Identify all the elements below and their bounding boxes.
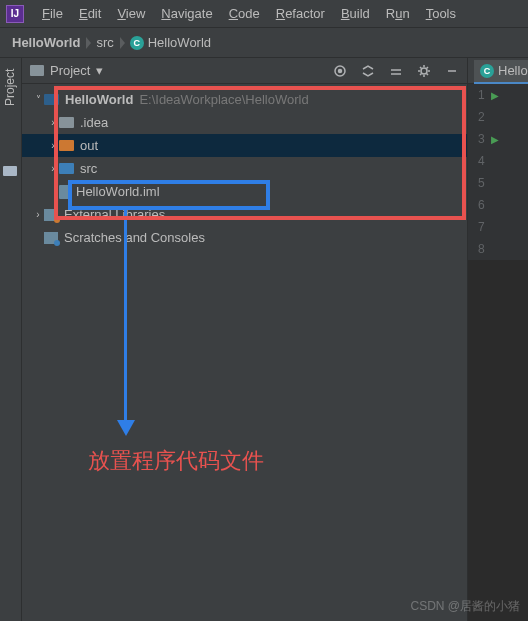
- tree-label: src: [80, 161, 97, 176]
- tree-item-idea[interactable]: › .idea: [22, 111, 467, 134]
- menu-build[interactable]: Build: [333, 0, 378, 28]
- project-view-icon: [30, 65, 44, 76]
- gutter-line[interactable]: 3▶: [468, 128, 528, 150]
- expand-arrow-icon[interactable]: ›: [47, 163, 59, 174]
- gutter-line[interactable]: 2: [468, 106, 528, 128]
- breadcrumb-root[interactable]: HelloWorld: [12, 35, 80, 50]
- annotation-arrow-line: [124, 210, 127, 425]
- hide-panel-icon[interactable]: [445, 64, 459, 78]
- panel-title[interactable]: Project: [50, 63, 90, 78]
- source-folder-icon: [59, 163, 74, 174]
- expand-arrow-icon[interactable]: ˅: [32, 94, 44, 105]
- project-folder-icon: [44, 94, 59, 105]
- editor-pane: C Hello 1▶ 2 3▶ 4 5 6 7 8: [468, 58, 528, 621]
- menu-run[interactable]: Run: [378, 0, 418, 28]
- chevron-right-icon: [84, 36, 92, 50]
- tree-item-out[interactable]: › out: [22, 134, 467, 157]
- expand-arrow-icon[interactable]: ›: [47, 140, 59, 151]
- rail-project-label[interactable]: Project: [3, 69, 17, 106]
- breadcrumb-file-label: HelloWorld: [148, 35, 211, 50]
- libraries-icon: [44, 209, 58, 221]
- tool-window-rail: Project: [0, 58, 22, 621]
- watermark: CSDN @居酱的小猪: [410, 598, 520, 615]
- menu-view[interactable]: View: [109, 0, 153, 28]
- settings-gear-icon[interactable]: [417, 64, 431, 78]
- app-logo-icon: IJ: [6, 5, 24, 23]
- tree-root[interactable]: ˅ HelloWorld E:\IdeaWorkplace\HelloWorld: [22, 88, 467, 111]
- tree-item-src[interactable]: › src: [22, 157, 467, 180]
- gutter-line[interactable]: 6: [468, 194, 528, 216]
- select-opened-icon[interactable]: [333, 64, 347, 78]
- menu-edit[interactable]: Edit: [71, 0, 109, 28]
- menu-code[interactable]: Code: [221, 0, 268, 28]
- menu-tools[interactable]: Tools: [418, 0, 464, 28]
- tree-item-iml[interactable]: › HelloWorld.iml: [22, 180, 467, 203]
- class-icon: C: [480, 64, 494, 78]
- editor-gutter: 1▶ 2 3▶ 4 5 6 7 8: [468, 84, 528, 260]
- class-icon: C: [130, 36, 144, 50]
- expand-arrow-icon[interactable]: ›: [47, 117, 59, 128]
- tree-item-external-libraries[interactable]: › External Libraries: [22, 203, 467, 226]
- tree-item-scratches[interactable]: › Scratches and Consoles: [22, 226, 467, 249]
- tree-label: out: [80, 138, 98, 153]
- editor-tabs: C Hello: [468, 58, 528, 84]
- chevron-right-icon: [118, 36, 126, 50]
- tab-label: Hello: [498, 63, 528, 78]
- breadcrumb-folder-label: src: [96, 35, 113, 50]
- menu-bar: IJ File Edit View Navigate Code Refactor…: [0, 0, 528, 28]
- annotation-arrow-head-icon: [117, 420, 135, 436]
- tree-label: .idea: [80, 115, 108, 130]
- menu-refactor[interactable]: Refactor: [268, 0, 333, 28]
- expand-arrow-icon[interactable]: ›: [32, 209, 44, 220]
- collapse-all-icon[interactable]: [389, 64, 403, 78]
- gutter-line[interactable]: 4: [468, 150, 528, 172]
- breadcrumb-file[interactable]: C HelloWorld: [130, 35, 211, 50]
- project-path: E:\IdeaWorkplace\HelloWorld: [139, 92, 308, 107]
- gutter-line[interactable]: 5: [468, 172, 528, 194]
- project-tree: ˅ HelloWorld E:\IdeaWorkplace\HelloWorld…: [22, 84, 467, 253]
- output-folder-icon: [59, 140, 74, 151]
- rail-structure-icon[interactable]: [3, 166, 17, 176]
- gutter-line[interactable]: 8: [468, 238, 528, 260]
- breadcrumb-root-label: HelloWorld: [12, 35, 80, 50]
- gutter-line[interactable]: 7: [468, 216, 528, 238]
- menu-navigate[interactable]: Navigate: [153, 0, 220, 28]
- folder-icon: [59, 117, 74, 128]
- svg-point-2: [421, 68, 427, 74]
- svg-point-1: [339, 69, 342, 72]
- tree-label: HelloWorld.iml: [76, 184, 160, 199]
- expand-all-icon[interactable]: [361, 64, 375, 78]
- panel-header: Project ▾: [22, 58, 467, 84]
- file-icon: [59, 185, 70, 199]
- breadcrumb-folder[interactable]: src: [96, 35, 113, 50]
- project-panel: Project ▾ ˅ HelloWorld E:\IdeaWorkplace\…: [22, 58, 468, 621]
- dropdown-arrow-icon[interactable]: ▾: [96, 63, 103, 78]
- gutter-line[interactable]: 1▶: [468, 84, 528, 106]
- menu-file[interactable]: File: [34, 0, 71, 28]
- project-name: HelloWorld: [65, 92, 133, 107]
- tree-label: Scratches and Consoles: [64, 230, 205, 245]
- run-gutter-icon[interactable]: ▶: [491, 90, 499, 101]
- breadcrumb: HelloWorld src C HelloWorld: [0, 28, 528, 58]
- scratches-icon: [44, 232, 58, 244]
- editor-tab[interactable]: C Hello: [474, 60, 528, 84]
- run-gutter-icon[interactable]: ▶: [491, 134, 499, 145]
- annotation-text: 放置程序代码文件: [88, 446, 264, 476]
- tree-label: External Libraries: [64, 207, 165, 222]
